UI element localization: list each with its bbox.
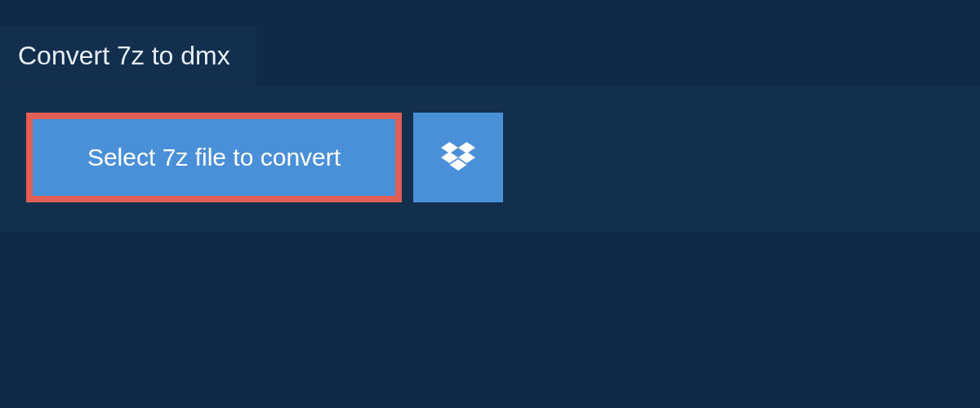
- tab-convert[interactable]: Convert 7z to dmx: [0, 26, 256, 86]
- upload-panel: Select 7z file to convert: [0, 86, 980, 232]
- tab-label: Convert 7z to dmx: [18, 41, 230, 70]
- tab-container: Convert 7z to dmx: [0, 26, 256, 86]
- select-file-label: Select 7z file to convert: [87, 144, 341, 171]
- dropbox-button[interactable]: [413, 113, 503, 202]
- select-file-button[interactable]: Select 7z file to convert: [26, 113, 402, 202]
- dropbox-icon: [441, 142, 475, 173]
